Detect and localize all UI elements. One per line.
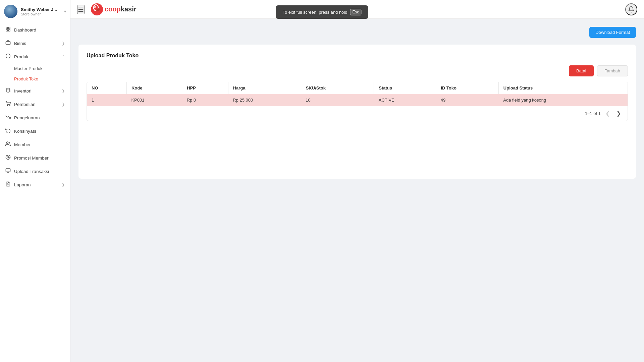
- cell-kode: KP001: [126, 94, 182, 106]
- cell-upload-status: Ada field yang kosong: [498, 94, 628, 106]
- svg-rect-1: [8, 27, 10, 29]
- sidebar-item-konsinyasi[interactable]: Konsinyasi: [0, 124, 70, 138]
- sidebar-item-label-konsinyasi: Konsinyasi: [14, 129, 65, 134]
- batal-button[interactable]: Batal: [569, 65, 594, 76]
- logo-icon: [90, 2, 104, 16]
- pagination-prev-button[interactable]: ❮: [603, 110, 612, 117]
- dashboard-icon: [5, 26, 11, 33]
- action-row: Batal Tambah: [87, 65, 628, 76]
- svg-rect-2: [6, 29, 8, 31]
- sidebar-item-produk-toko[interactable]: Produk Toko: [0, 74, 70, 84]
- bell-icon: [628, 6, 635, 13]
- logo-kasir: kasir: [121, 5, 137, 13]
- profile-role: Store owner: [21, 12, 63, 16]
- inventori-icon: [5, 87, 11, 94]
- product-table: NO Kode HPP Harga SKU/Stok Status ID Tok…: [87, 82, 628, 106]
- laporan-icon: [5, 181, 11, 188]
- sidebar-item-label-produk: Produk: [14, 54, 58, 59]
- hamburger-button[interactable]: ☰: [77, 5, 85, 14]
- promosi-icon: [5, 155, 11, 161]
- profile-name: Smithy Weber J...: [21, 7, 63, 12]
- table-header-row: NO Kode HPP Harga SKU/Stok Status ID Tok…: [87, 82, 628, 94]
- member-icon: [5, 141, 11, 148]
- col-kode: Kode: [126, 82, 182, 94]
- sidebar-item-promosi-member[interactable]: Promosi Member: [0, 151, 70, 165]
- pembelian-icon: [5, 101, 11, 108]
- col-upload-status: Upload Status: [498, 82, 628, 94]
- svg-point-7: [10, 105, 10, 106]
- sidebar-item-label-pengeluaran: Pengeluaran: [14, 115, 65, 120]
- sidebar-item-master-produk[interactable]: Master Produk: [0, 63, 70, 74]
- sidebar-item-label-promosi-member: Promosi Member: [14, 156, 65, 161]
- page-title: Upload Produk Toko: [87, 53, 628, 59]
- col-status: Status: [374, 82, 436, 94]
- sidebar-item-member[interactable]: Member: [0, 138, 70, 151]
- produk-icon: [5, 53, 11, 60]
- col-no: NO: [87, 82, 126, 94]
- cell-id-toko: 49: [436, 94, 499, 106]
- laporan-chevron-icon: ❯: [62, 183, 65, 187]
- sidebar-item-produk[interactable]: Produk ⌃: [0, 50, 70, 63]
- sidebar-item-inventori[interactable]: Inventori ❯: [0, 84, 70, 98]
- svg-marker-5: [6, 88, 10, 90]
- sidebar-item-laporan[interactable]: Laporan ❯: [0, 178, 70, 191]
- cell-sku-stok: 10: [301, 94, 374, 106]
- svg-point-16: [95, 6, 96, 7]
- profile-info: Smithy Weber J... Store owner: [21, 7, 63, 16]
- sidebar-item-dashboard[interactable]: Dashboard: [0, 23, 70, 37]
- avatar: [4, 5, 17, 18]
- pagination-row: 1–1 of 1 ❮ ❯: [87, 106, 628, 121]
- konsinyasi-icon: [5, 128, 11, 134]
- tambah-button: Tambah: [597, 65, 628, 76]
- cell-status: ACTIVE: [374, 94, 436, 106]
- sidebar-item-pengeluaran[interactable]: Pengeluaran: [0, 111, 70, 124]
- main-content: ☰ coopkasir To exit full screen, press a…: [70, 0, 644, 362]
- col-hpp: HPP: [182, 82, 228, 94]
- profile-chevron-icon: ▾: [64, 9, 66, 14]
- svg-point-6: [7, 105, 7, 106]
- svg-rect-4: [6, 42, 10, 45]
- produk-chevron-icon: ⌃: [62, 55, 65, 59]
- sidebar-item-pembelian[interactable]: Pembelian ❯: [0, 98, 70, 111]
- svg-point-8: [6, 142, 8, 143]
- svg-rect-0: [6, 27, 8, 29]
- inventori-chevron-icon: ❯: [62, 89, 65, 93]
- logo-text: coopkasir: [105, 5, 137, 13]
- sidebar-item-label-upload-transaksi: Upload Transaksi: [14, 169, 65, 174]
- cell-hpp: Rp 0: [182, 94, 228, 106]
- sidebar-item-label-inventori: Inventori: [14, 88, 58, 94]
- sidebar-item-label-pembelian: Pembelian: [14, 102, 58, 107]
- pagination-next-button[interactable]: ❯: [614, 110, 623, 117]
- logo-coop: coop: [105, 5, 121, 13]
- col-id-toko: ID Toko: [436, 82, 499, 94]
- pembelian-chevron-icon: ❯: [62, 102, 65, 107]
- sidebar-item-label-laporan: Laporan: [14, 182, 58, 187]
- bisnis-chevron-icon: ❯: [62, 41, 65, 46]
- svg-rect-3: [8, 29, 10, 31]
- profile-section[interactable]: Smithy Weber J... Store owner ▾: [0, 0, 70, 23]
- sidebar-item-upload-transaksi[interactable]: Upload Transaksi: [0, 165, 70, 178]
- table-row: 1 KP001 Rp 0 Rp 25.000 10 ACTIVE 49 Ada …: [87, 94, 628, 106]
- col-sku-stok: SKU/Stok: [301, 82, 374, 94]
- cell-harga: Rp 25.000: [228, 94, 301, 106]
- upload-transaksi-icon: [5, 168, 11, 175]
- cell-no: 1: [87, 94, 126, 106]
- sidebar-item-label-member: Member: [14, 142, 65, 147]
- bisnis-icon: [5, 40, 11, 47]
- download-format-button[interactable]: Download Format: [589, 27, 636, 38]
- sidebar-item-label-bisnis: Bisnis: [14, 41, 58, 46]
- logo: coopkasir: [90, 2, 137, 16]
- download-btn-row: Download Format: [78, 27, 636, 38]
- sidebar: Smithy Weber J... Store owner ▾ Dashboar…: [0, 0, 70, 362]
- svg-rect-10: [6, 169, 10, 172]
- content-area: To exit full screen, press and hold Esc …: [70, 19, 644, 362]
- notification-button[interactable]: [625, 3, 637, 15]
- pagination-info: 1–1 of 1: [585, 111, 601, 116]
- pengeluaran-icon: [5, 114, 11, 121]
- product-table-wrapper: NO Kode HPP Harga SKU/Stok Status ID Tok…: [87, 82, 628, 121]
- col-harga: Harga: [228, 82, 301, 94]
- sidebar-item-bisnis[interactable]: Bisnis ❯: [0, 37, 70, 50]
- page-card: Upload Produk Toko Batal Tambah NO Kode …: [78, 45, 636, 179]
- sidebar-item-label-dashboard: Dashboard: [14, 27, 65, 33]
